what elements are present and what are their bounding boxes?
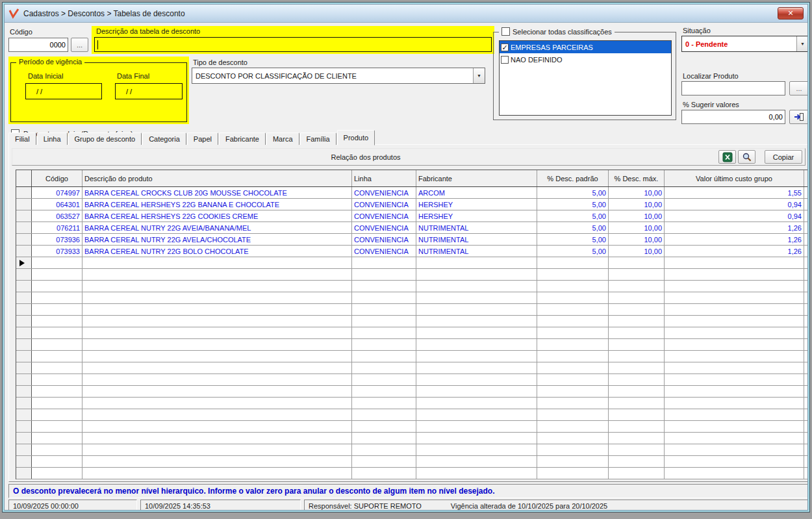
cell-fabricante[interactable] (416, 398, 537, 409)
table-row-empty[interactable] (16, 316, 807, 327)
cell-valor_custo[interactable] (665, 351, 804, 362)
cell-linha[interactable] (352, 327, 416, 338)
cell-valor_custo[interactable]: 0,94 (665, 199, 804, 210)
table-row-empty[interactable] (16, 304, 807, 316)
search-grid-button[interactable] (738, 150, 755, 164)
row-selector-cell[interactable] (16, 421, 32, 432)
cell-fabricante[interactable] (416, 433, 537, 444)
codigo-input[interactable] (8, 38, 68, 52)
cell-descricao[interactable] (82, 444, 352, 455)
cell-fabricante[interactable] (416, 374, 537, 385)
cell-descricao[interactable] (82, 398, 352, 409)
table-row[interactable]: 064301BARRA CEREAL HERSHEYS 22G BANANA E… (16, 199, 807, 210)
table-row-empty[interactable] (16, 433, 807, 444)
cell-linha[interactable] (352, 257, 416, 268)
row-selector-cell[interactable] (16, 351, 32, 362)
cell-fabricante[interactable]: NUTRIMENTAL (416, 246, 537, 257)
table-row-empty[interactable] (16, 351, 807, 362)
row-selector-cell[interactable] (16, 444, 32, 455)
cell-codigo[interactable]: 073936 (32, 234, 82, 245)
cell-desc_max[interactable] (609, 456, 665, 467)
cell-descricao[interactable] (82, 304, 352, 315)
cell-desc_max[interactable]: 10,00 (609, 222, 665, 233)
cell-valor_custo[interactable] (665, 398, 804, 409)
cell-desc_max[interactable]: 10,00 (609, 187, 665, 198)
row-selector-cell[interactable] (16, 398, 32, 409)
cell-fabricante[interactable] (416, 339, 537, 350)
cell-fabricante[interactable] (416, 304, 537, 315)
cell-linha[interactable] (352, 304, 416, 315)
codigo-browse-button[interactable]: ... (71, 38, 88, 52)
cell-valor_custo[interactable] (665, 409, 804, 420)
classificacao-checkbox[interactable]: ✓ (501, 44, 509, 51)
cell-codigo[interactable] (32, 351, 82, 362)
cell-desc_padrao[interactable] (537, 339, 609, 350)
cell-fabricante[interactable]: ARCOM (416, 187, 537, 198)
row-selector-cell[interactable] (16, 199, 32, 210)
cell-valor_custo[interactable] (665, 468, 804, 479)
cell-fabricante[interactable] (416, 468, 537, 479)
cell-valor_custo[interactable] (665, 386, 804, 397)
cell-desc_max[interactable] (609, 444, 665, 455)
sugerir-valores-input[interactable] (681, 110, 785, 124)
situacao-select[interactable]: 0 - Pendente ▼ (681, 36, 807, 52)
descricao-input[interactable] (94, 37, 492, 52)
cell-desc_padrao[interactable] (537, 433, 609, 444)
cell-valor_custo[interactable] (665, 281, 804, 292)
table-row-empty[interactable] (16, 386, 807, 398)
cell-fabricante[interactable] (416, 292, 537, 303)
cell-desc_padrao[interactable] (537, 351, 609, 362)
cell-desc_padrao[interactable] (537, 316, 609, 327)
cell-descricao[interactable]: BARRA CEREAL NUTRY 22G BOLO CHOCOLATE (82, 246, 352, 257)
export-excel-button[interactable] (718, 150, 736, 164)
table-row-empty[interactable] (16, 421, 807, 433)
cell-desc_max[interactable] (609, 269, 665, 280)
cell-descricao[interactable]: BARRA CEREAL CROCKS CLUB 20G MOUSSE CHOC… (82, 187, 352, 198)
tab-grupo-de-desconto[interactable]: Grupo de desconto (68, 133, 142, 145)
cell-desc_padrao[interactable] (537, 304, 609, 315)
cell-desc_padrao[interactable] (537, 409, 609, 420)
classificacao-item-empresas-parceiras[interactable]: ✓EMPRESAS PARCEIRAS (500, 41, 671, 53)
cell-descricao[interactable] (82, 351, 352, 362)
cell-linha[interactable] (352, 351, 416, 362)
cell-fabricante[interactable] (416, 362, 537, 373)
classificacao-item-nao-definido[interactable]: NAO DEFINIDO (500, 53, 671, 66)
data-final-input[interactable] (115, 83, 183, 99)
selecionar-todas-checkbox[interactable] (501, 27, 510, 36)
table-row-empty[interactable] (16, 292, 807, 304)
cell-desc_max[interactable] (609, 281, 665, 292)
copiar-button[interactable]: Copiar (765, 150, 802, 164)
cell-desc_padrao[interactable] (537, 456, 609, 467)
cell-descricao[interactable] (82, 316, 352, 327)
table-row[interactable]: 063527BARRA CEREAL HERSHEYS 22G COOKIES … (16, 210, 807, 222)
table-row-empty[interactable] (16, 339, 807, 351)
tipo-desconto-select[interactable]: DESCONTO POR CLASSIFICAÇÃO DE CLIENTE ▼ (192, 68, 485, 84)
cell-fabricante[interactable] (416, 269, 537, 280)
cell-valor_custo[interactable] (665, 257, 804, 268)
cell-descricao[interactable]: BARRA CEREAL HERSHEYS 22G BANANA E CHOCO… (82, 199, 352, 210)
column-header--desc-padrao[interactable]: % Desc. padrão (537, 170, 609, 186)
cell-desc_padrao[interactable] (537, 327, 609, 338)
cell-descricao[interactable] (82, 433, 352, 444)
row-selector-cell[interactable] (16, 386, 32, 397)
row-selector-cell[interactable] (16, 374, 32, 385)
cell-valor_custo[interactable] (665, 269, 804, 280)
cell-fabricante[interactable]: NUTRIMENTAL (416, 222, 537, 233)
cell-codigo[interactable] (32, 386, 82, 397)
tab-marca[interactable]: Marca (266, 133, 299, 145)
cell-desc_max[interactable] (609, 327, 665, 338)
cell-valor_custo[interactable] (665, 292, 804, 303)
cell-fabricante[interactable] (416, 327, 537, 338)
cell-codigo[interactable] (32, 421, 82, 432)
close-button[interactable]: ✕ (778, 7, 804, 19)
cell-linha[interactable] (352, 281, 416, 292)
row-selector-cell[interactable] (16, 304, 32, 315)
cell-fabricante[interactable] (416, 257, 537, 268)
table-row-empty[interactable] (16, 362, 807, 374)
cell-linha[interactable]: CONVENIENCIA (352, 246, 416, 257)
cell-desc_max[interactable] (609, 409, 665, 420)
classificacao-checkbox[interactable] (501, 56, 509, 64)
cell-desc_padrao[interactable]: 5,00 (537, 222, 609, 233)
cell-codigo[interactable] (32, 292, 82, 303)
cell-desc_padrao[interactable] (537, 269, 609, 280)
